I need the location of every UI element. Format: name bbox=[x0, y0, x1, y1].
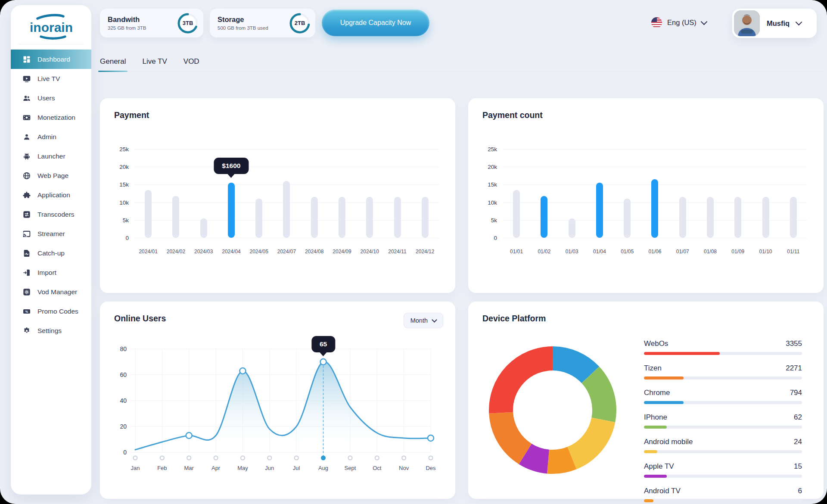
inorain-logo: inorain bbox=[21, 13, 81, 40]
logo: inorain bbox=[11, 5, 91, 40]
sidebar-item-live-tv[interactable]: Live TV bbox=[11, 69, 91, 88]
legend-value: 794 bbox=[790, 389, 802, 397]
legend-row: Tizen2271 bbox=[644, 364, 802, 380]
bar-column bbox=[245, 149, 273, 238]
device-platform-legend: WebOs3355Tizen2271Chrome794IPhone62Andro… bbox=[644, 339, 802, 502]
svg-text:40: 40 bbox=[120, 397, 127, 404]
bar[interactable] bbox=[366, 197, 373, 238]
promo-codes-icon: % bbox=[22, 307, 31, 316]
bar[interactable] bbox=[624, 199, 631, 238]
sidebar-item-settings[interactable]: Settings bbox=[11, 321, 91, 340]
sidebar-item-admin[interactable]: Admin bbox=[11, 127, 91, 146]
tab-vod[interactable]: VOD bbox=[183, 57, 199, 66]
svg-text:Jan: Jan bbox=[131, 465, 140, 471]
donut-segment[interactable] bbox=[572, 420, 603, 458]
payment-count-card: Payment count 25k20k15k10k5k001/0101/020… bbox=[468, 98, 824, 293]
bar[interactable] bbox=[283, 181, 290, 238]
svg-text:Jul: Jul bbox=[293, 465, 300, 471]
svg-text:0: 0 bbox=[123, 449, 127, 456]
bar[interactable] bbox=[596, 183, 603, 238]
payment-count-title: Payment count bbox=[482, 110, 824, 120]
vod-manager-icon bbox=[22, 288, 31, 296]
legend-value: 62 bbox=[794, 413, 802, 422]
legend-row: Chrome794 bbox=[644, 389, 802, 404]
donut-segment[interactable] bbox=[501, 358, 553, 413]
sidebar-item-label: Catch-up bbox=[37, 249, 65, 257]
donut-segment[interactable] bbox=[525, 454, 548, 462]
legend-bar bbox=[644, 426, 802, 429]
donut-segment[interactable] bbox=[548, 458, 572, 462]
sidebar-item-streamer[interactable]: Streamer bbox=[11, 224, 91, 243]
bar-column bbox=[411, 149, 439, 238]
logo-text: inorain bbox=[29, 20, 72, 34]
sidebar-item-label: Application bbox=[37, 191, 70, 199]
bar[interactable] bbox=[762, 197, 769, 238]
bar[interactable] bbox=[422, 197, 429, 238]
svg-text:Nov: Nov bbox=[399, 465, 409, 471]
bar[interactable] bbox=[200, 218, 207, 238]
sidebar-item-promo-codes[interactable]: %Promo Codes bbox=[11, 302, 91, 321]
bar[interactable] bbox=[790, 197, 797, 238]
tab-general[interactable]: General bbox=[100, 57, 126, 66]
bar[interactable] bbox=[513, 190, 520, 238]
svg-text:Des: Des bbox=[426, 465, 436, 471]
sidebar-item-label: Users bbox=[37, 94, 55, 102]
sidebar-item-launcher[interactable]: Launcher bbox=[11, 146, 91, 166]
svg-text:Apr: Apr bbox=[211, 465, 221, 471]
legend-label: Apple TV bbox=[644, 462, 674, 471]
bar[interactable] bbox=[394, 197, 401, 238]
legend-row: Android mobile24 bbox=[644, 438, 802, 453]
bandwidth-info: Bandwith 325 GB from 3TB bbox=[108, 16, 146, 31]
storage-gauge: 2TB bbox=[288, 12, 311, 35]
sidebar-item-application[interactable]: Application bbox=[11, 185, 91, 205]
y-axis: 25k20k15k10k5k0 bbox=[483, 149, 503, 238]
sidebar-item-import[interactable]: Import bbox=[11, 263, 91, 282]
sidebar-item-label: Streamer bbox=[37, 230, 65, 238]
donut-segment[interactable] bbox=[591, 375, 604, 420]
legend-value: 15 bbox=[794, 462, 802, 471]
bar[interactable] bbox=[311, 197, 318, 238]
sidebar-item-vod-manager[interactable]: Vod Manager bbox=[11, 282, 91, 302]
sidebar-item-web-page[interactable]: Web Page bbox=[11, 166, 91, 185]
language-label: Eng (US) bbox=[667, 19, 696, 27]
donut-segment[interactable] bbox=[553, 358, 591, 375]
legend-bar bbox=[644, 376, 802, 380]
bar[interactable] bbox=[172, 196, 179, 238]
sidebar-item-transcoders[interactable]: Transcoders bbox=[11, 205, 91, 224]
bar[interactable] bbox=[255, 199, 262, 238]
sidebar-item-label: Admin bbox=[37, 133, 56, 141]
user-menu[interactable]: Musfiq bbox=[732, 9, 817, 38]
bar-column bbox=[696, 149, 724, 238]
donut-segment[interactable] bbox=[501, 413, 525, 454]
bar-column bbox=[586, 149, 613, 238]
x-axis: 2024/012024/022024/032024/042024/052024/… bbox=[134, 249, 439, 255]
catch-up-icon bbox=[22, 249, 31, 258]
upgrade-capacity-button[interactable]: Upgrade Capacity Now bbox=[322, 9, 429, 36]
tab-bar: GeneralLive TVVOD bbox=[100, 57, 824, 72]
legend-label: WebOs bbox=[644, 339, 668, 348]
bar[interactable] bbox=[734, 197, 741, 238]
bar[interactable] bbox=[541, 196, 547, 238]
language-selector[interactable]: Eng (US) bbox=[651, 17, 706, 28]
launcher-icon bbox=[22, 152, 31, 161]
bar-column: $1600 bbox=[218, 149, 245, 238]
sidebar-item-dashboard[interactable]: Dashboard bbox=[11, 50, 91, 69]
bar[interactable] bbox=[339, 197, 345, 238]
live-tv-icon bbox=[22, 75, 31, 83]
gridline bbox=[134, 238, 439, 238]
bar[interactable] bbox=[569, 218, 575, 238]
bar[interactable] bbox=[679, 197, 686, 238]
sidebar-item-users[interactable]: Users bbox=[11, 88, 91, 108]
bar[interactable] bbox=[145, 190, 152, 238]
legend-value: 3355 bbox=[786, 339, 802, 348]
period-dropdown[interactable]: Month bbox=[404, 313, 443, 328]
sidebar-item-catch-up[interactable]: Catch-up bbox=[11, 243, 91, 263]
legend-row: IPhone62 bbox=[644, 413, 802, 429]
bar[interactable] bbox=[651, 179, 658, 238]
bar[interactable] bbox=[228, 183, 235, 238]
bar[interactable] bbox=[707, 197, 714, 238]
tab-live-tv[interactable]: Live TV bbox=[142, 57, 167, 66]
storage-title: Storage bbox=[218, 16, 268, 24]
legend-value: 2271 bbox=[786, 364, 802, 373]
sidebar-item-monetization[interactable]: Monetization bbox=[11, 108, 91, 127]
